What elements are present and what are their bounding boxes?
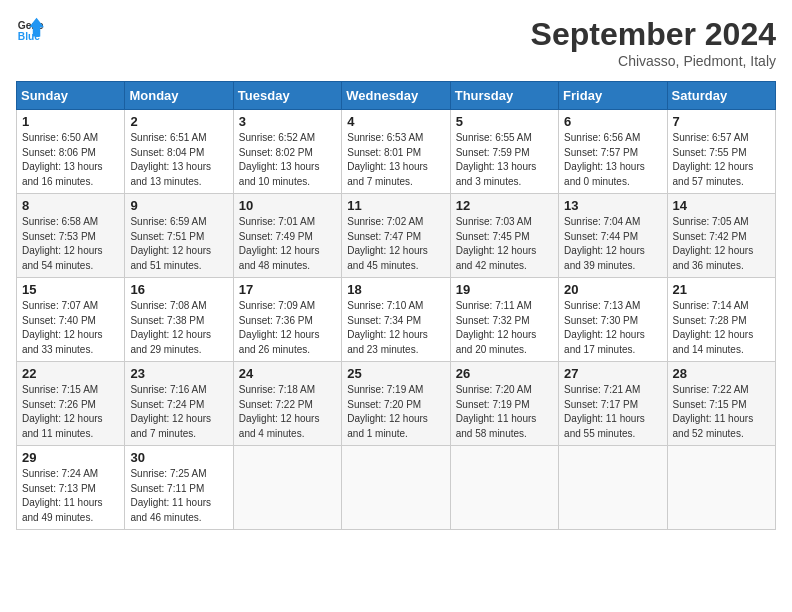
calendar-cell [450, 446, 558, 530]
calendar-cell: 5Sunrise: 6:55 AM Sunset: 7:59 PM Daylig… [450, 110, 558, 194]
calendar-cell [342, 446, 450, 530]
calendar-cell: 20Sunrise: 7:13 AM Sunset: 7:30 PM Dayli… [559, 278, 667, 362]
day-info: Sunrise: 7:07 AM Sunset: 7:40 PM Dayligh… [22, 299, 119, 357]
day-number: 14 [673, 198, 770, 213]
day-number: 4 [347, 114, 444, 129]
day-number: 13 [564, 198, 661, 213]
day-number: 6 [564, 114, 661, 129]
calendar-cell: 13Sunrise: 7:04 AM Sunset: 7:44 PM Dayli… [559, 194, 667, 278]
calendar-cell: 3Sunrise: 6:52 AM Sunset: 8:02 PM Daylig… [233, 110, 341, 194]
calendar-table: SundayMondayTuesdayWednesdayThursdayFrid… [16, 81, 776, 530]
day-number: 11 [347, 198, 444, 213]
day-number: 1 [22, 114, 119, 129]
calendar-cell: 22Sunrise: 7:15 AM Sunset: 7:26 PM Dayli… [17, 362, 125, 446]
day-number: 27 [564, 366, 661, 381]
day-number: 19 [456, 282, 553, 297]
calendar-cell: 2Sunrise: 6:51 AM Sunset: 8:04 PM Daylig… [125, 110, 233, 194]
calendar-cell: 17Sunrise: 7:09 AM Sunset: 7:36 PM Dayli… [233, 278, 341, 362]
page-header: General Blue September 2024 Chivasso, Pi… [16, 16, 776, 69]
calendar-week-row: 1Sunrise: 6:50 AM Sunset: 8:06 PM Daylig… [17, 110, 776, 194]
calendar-week-row: 22Sunrise: 7:15 AM Sunset: 7:26 PM Dayli… [17, 362, 776, 446]
day-info: Sunrise: 6:50 AM Sunset: 8:06 PM Dayligh… [22, 131, 119, 189]
day-info: Sunrise: 7:13 AM Sunset: 7:30 PM Dayligh… [564, 299, 661, 357]
day-info: Sunrise: 7:20 AM Sunset: 7:19 PM Dayligh… [456, 383, 553, 441]
day-info: Sunrise: 7:15 AM Sunset: 7:26 PM Dayligh… [22, 383, 119, 441]
day-of-week-header: Saturday [667, 82, 775, 110]
day-of-week-header: Tuesday [233, 82, 341, 110]
day-info: Sunrise: 7:14 AM Sunset: 7:28 PM Dayligh… [673, 299, 770, 357]
day-number: 12 [456, 198, 553, 213]
day-info: Sunrise: 6:57 AM Sunset: 7:55 PM Dayligh… [673, 131, 770, 189]
logo-icon: General Blue [16, 16, 44, 44]
day-info: Sunrise: 7:02 AM Sunset: 7:47 PM Dayligh… [347, 215, 444, 273]
day-number: 5 [456, 114, 553, 129]
day-number: 28 [673, 366, 770, 381]
day-number: 9 [130, 198, 227, 213]
calendar-cell: 25Sunrise: 7:19 AM Sunset: 7:20 PM Dayli… [342, 362, 450, 446]
calendar-cell: 30Sunrise: 7:25 AM Sunset: 7:11 PM Dayli… [125, 446, 233, 530]
day-number: 15 [22, 282, 119, 297]
calendar-cell [667, 446, 775, 530]
day-of-week-header: Sunday [17, 82, 125, 110]
calendar-cell: 19Sunrise: 7:11 AM Sunset: 7:32 PM Dayli… [450, 278, 558, 362]
calendar-cell: 9Sunrise: 6:59 AM Sunset: 7:51 PM Daylig… [125, 194, 233, 278]
calendar-cell: 16Sunrise: 7:08 AM Sunset: 7:38 PM Dayli… [125, 278, 233, 362]
day-info: Sunrise: 7:18 AM Sunset: 7:22 PM Dayligh… [239, 383, 336, 441]
day-number: 20 [564, 282, 661, 297]
calendar-cell: 23Sunrise: 7:16 AM Sunset: 7:24 PM Dayli… [125, 362, 233, 446]
day-info: Sunrise: 7:21 AM Sunset: 7:17 PM Dayligh… [564, 383, 661, 441]
day-info: Sunrise: 7:24 AM Sunset: 7:13 PM Dayligh… [22, 467, 119, 525]
calendar-cell: 8Sunrise: 6:58 AM Sunset: 7:53 PM Daylig… [17, 194, 125, 278]
day-number: 23 [130, 366, 227, 381]
day-info: Sunrise: 6:53 AM Sunset: 8:01 PM Dayligh… [347, 131, 444, 189]
calendar-cell: 12Sunrise: 7:03 AM Sunset: 7:45 PM Dayli… [450, 194, 558, 278]
calendar-cell: 7Sunrise: 6:57 AM Sunset: 7:55 PM Daylig… [667, 110, 775, 194]
calendar-cell: 27Sunrise: 7:21 AM Sunset: 7:17 PM Dayli… [559, 362, 667, 446]
day-info: Sunrise: 6:56 AM Sunset: 7:57 PM Dayligh… [564, 131, 661, 189]
day-info: Sunrise: 7:04 AM Sunset: 7:44 PM Dayligh… [564, 215, 661, 273]
day-number: 22 [22, 366, 119, 381]
day-info: Sunrise: 6:55 AM Sunset: 7:59 PM Dayligh… [456, 131, 553, 189]
day-number: 3 [239, 114, 336, 129]
day-info: Sunrise: 7:08 AM Sunset: 7:38 PM Dayligh… [130, 299, 227, 357]
day-info: Sunrise: 7:22 AM Sunset: 7:15 PM Dayligh… [673, 383, 770, 441]
day-info: Sunrise: 7:11 AM Sunset: 7:32 PM Dayligh… [456, 299, 553, 357]
calendar-week-row: 8Sunrise: 6:58 AM Sunset: 7:53 PM Daylig… [17, 194, 776, 278]
day-number: 18 [347, 282, 444, 297]
day-number: 16 [130, 282, 227, 297]
day-number: 26 [456, 366, 553, 381]
day-number: 21 [673, 282, 770, 297]
calendar-cell: 1Sunrise: 6:50 AM Sunset: 8:06 PM Daylig… [17, 110, 125, 194]
day-info: Sunrise: 6:51 AM Sunset: 8:04 PM Dayligh… [130, 131, 227, 189]
month-title: September 2024 [531, 16, 776, 53]
day-number: 24 [239, 366, 336, 381]
day-number: 30 [130, 450, 227, 465]
day-number: 2 [130, 114, 227, 129]
calendar-week-row: 29Sunrise: 7:24 AM Sunset: 7:13 PM Dayli… [17, 446, 776, 530]
calendar-cell: 24Sunrise: 7:18 AM Sunset: 7:22 PM Dayli… [233, 362, 341, 446]
calendar-cell: 4Sunrise: 6:53 AM Sunset: 8:01 PM Daylig… [342, 110, 450, 194]
location: Chivasso, Piedmont, Italy [531, 53, 776, 69]
day-number: 17 [239, 282, 336, 297]
calendar-cell: 21Sunrise: 7:14 AM Sunset: 7:28 PM Dayli… [667, 278, 775, 362]
day-of-week-header: Friday [559, 82, 667, 110]
day-info: Sunrise: 7:19 AM Sunset: 7:20 PM Dayligh… [347, 383, 444, 441]
day-number: 29 [22, 450, 119, 465]
calendar-week-row: 15Sunrise: 7:07 AM Sunset: 7:40 PM Dayli… [17, 278, 776, 362]
calendar-cell: 28Sunrise: 7:22 AM Sunset: 7:15 PM Dayli… [667, 362, 775, 446]
calendar-cell: 10Sunrise: 7:01 AM Sunset: 7:49 PM Dayli… [233, 194, 341, 278]
calendar-cell [559, 446, 667, 530]
calendar-cell: 11Sunrise: 7:02 AM Sunset: 7:47 PM Dayli… [342, 194, 450, 278]
calendar-cell: 14Sunrise: 7:05 AM Sunset: 7:42 PM Dayli… [667, 194, 775, 278]
calendar-cell: 18Sunrise: 7:10 AM Sunset: 7:34 PM Dayli… [342, 278, 450, 362]
day-info: Sunrise: 7:03 AM Sunset: 7:45 PM Dayligh… [456, 215, 553, 273]
title-block: September 2024 Chivasso, Piedmont, Italy [531, 16, 776, 69]
day-info: Sunrise: 7:05 AM Sunset: 7:42 PM Dayligh… [673, 215, 770, 273]
calendar-cell [233, 446, 341, 530]
calendar-cell: 26Sunrise: 7:20 AM Sunset: 7:19 PM Dayli… [450, 362, 558, 446]
day-info: Sunrise: 6:58 AM Sunset: 7:53 PM Dayligh… [22, 215, 119, 273]
calendar-cell: 29Sunrise: 7:24 AM Sunset: 7:13 PM Dayli… [17, 446, 125, 530]
day-info: Sunrise: 6:59 AM Sunset: 7:51 PM Dayligh… [130, 215, 227, 273]
day-info: Sunrise: 7:09 AM Sunset: 7:36 PM Dayligh… [239, 299, 336, 357]
day-of-week-header: Thursday [450, 82, 558, 110]
